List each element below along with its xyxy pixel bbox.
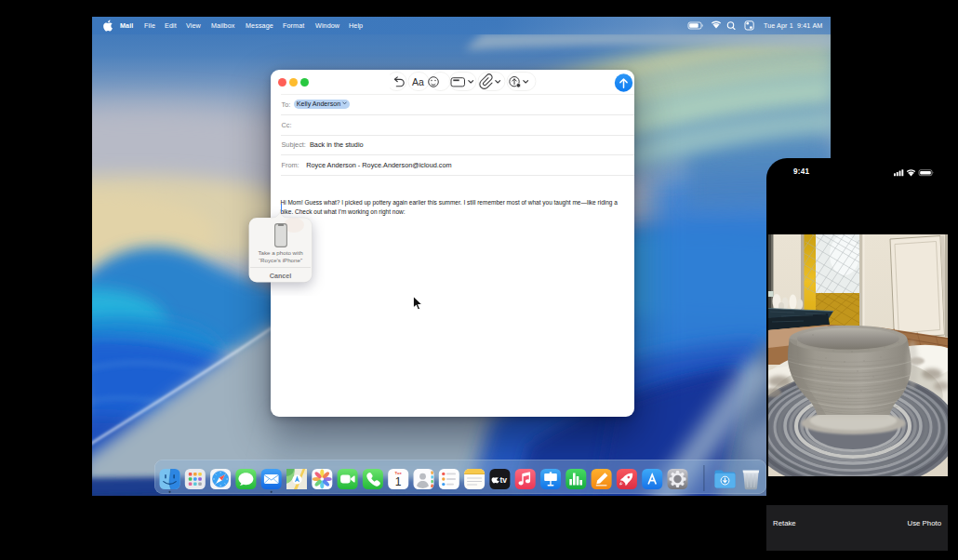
svg-text:1: 1 <box>395 475 402 488</box>
svg-text:Aa: Aa <box>412 76 424 87</box>
svg-text:tv: tv <box>499 475 507 485</box>
